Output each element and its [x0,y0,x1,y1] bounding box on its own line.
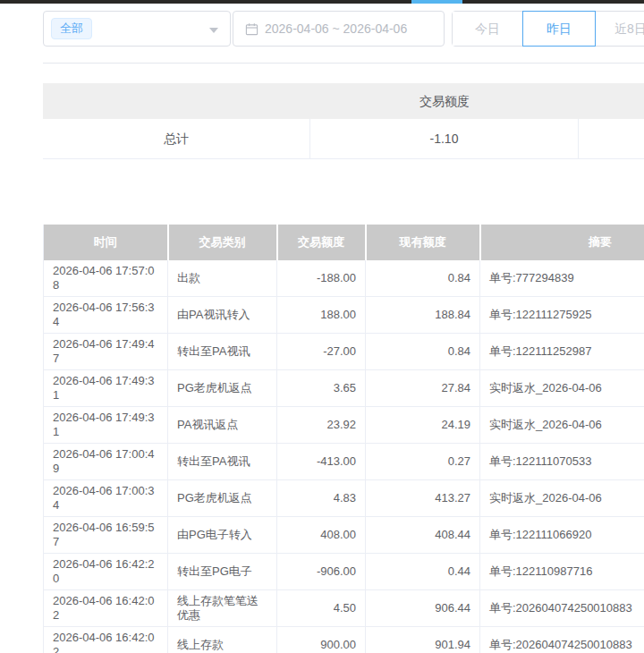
selected-tag[interactable]: 全部 [51,18,92,39]
cell-r9-c0: 2026-04-06 16:42:02 [44,590,168,627]
category-select[interactable]: 全部 [43,11,231,47]
cell-r1-c2: 188.00 [277,297,366,334]
summary-total-row: 总计 -1.10 [43,119,644,159]
cell-r8-c1: 转出至PG电子 [168,554,277,590]
table-row: 2026-04-06 17:49:47转出至PA视讯-27.000.84单号:1… [44,334,644,370]
scrollbar-thumb[interactable] [411,0,462,4]
column-header-1: 交易类别 [168,225,277,260]
cell-r10-c2: 900.00 [277,627,366,653]
table-row: 2026-04-06 17:56:34由PA视讯转入188.00188.84单号… [44,297,644,334]
date-range-input[interactable]: 2026-04-06 ~ 2026-04-06 [233,11,445,47]
table-row: 2026-04-06 17:00:34PG老虎机返点4.83413.27实时返水… [44,480,644,517]
cell-r3-c2: 3.65 [277,370,366,407]
table-row: 2026-04-06 16:42:02线上存款900.00901.94单号:20… [44,627,644,653]
cell-r9-c4: 单号:202604074250010883 [480,590,644,627]
summary-total-value: -1.10 [310,119,579,158]
cell-r2-c2: -27.00 [277,334,366,370]
filter-divider [43,63,644,64]
quick-range-button-2[interactable]: 近8日 [596,12,644,46]
cell-r6-c1: PG老虎机返点 [168,480,277,517]
cell-r5-c3: 0.27 [366,444,480,480]
cell-r5-c1: 转出至PA视讯 [168,444,277,480]
summary-empty-cell [579,119,644,158]
cell-r8-c4: 单号:122110987716 [480,554,644,590]
summary-total-label: 总计 [43,119,310,158]
cell-r2-c0: 2026-04-06 17:49:47 [44,334,168,370]
cell-r3-c3: 27.84 [366,370,480,407]
cell-r0-c4: 单号:777294839 [480,260,644,297]
cell-r0-c3: 0.84 [366,260,480,297]
cell-r6-c4: 实时返水_2026-04-06 [480,480,644,517]
cell-r1-c4: 单号:122111275925 [480,297,644,334]
cell-r1-c0: 2026-04-06 17:56:34 [44,297,168,334]
date-range-value: 2026-04-06 ~ 2026-04-06 [265,21,407,36]
quick-range-button-group: 今日昨日近8日 [452,11,644,47]
cell-r9-c2: 4.50 [277,590,366,627]
cell-r7-c0: 2026-04-06 16:59:57 [44,517,168,554]
cell-r5-c2: -413.00 [277,444,366,480]
cell-r8-c3: 0.44 [366,554,480,590]
column-header-3: 现有额度 [366,225,480,260]
cell-r4-c3: 24.19 [366,407,480,444]
cell-r7-c4: 单号:122111066920 [480,517,644,554]
cell-r5-c4: 单号:122111070533 [480,444,644,480]
cell-r1-c1: 由PA视讯转入 [168,297,277,334]
cell-r4-c4: 实时返水_2026-04-06 [480,407,644,444]
cell-r8-c2: -906.00 [277,554,366,590]
cell-r2-c1: 转出至PA视讯 [168,334,277,370]
horizontal-scrollbar[interactable] [0,0,644,4]
cell-r10-c3: 901.94 [366,627,480,653]
table-row: 2026-04-06 16:42:20转出至PG电子-906.000.44单号:… [44,554,644,590]
transactions-table: 时间交易类别交易额度现有额度摘要 2026-04-06 17:57:08出款-1… [43,225,644,653]
quick-range-button-1[interactable]: 昨日 [522,11,596,47]
cell-r10-c4: 单号:202604074250010883 [480,627,644,653]
cell-r3-c0: 2026-04-06 17:49:31 [44,370,168,407]
column-header-4: 摘要 [480,225,644,260]
cell-r7-c1: 由PG电子转入 [168,517,277,554]
transactions-tbody: 2026-04-06 17:57:08出款-188.000.84单号:77729… [44,260,644,653]
cell-r6-c0: 2026-04-06 17:00:34 [44,480,168,517]
table-row: 2026-04-06 17:00:49转出至PA视讯-413.000.27单号:… [44,444,644,480]
calendar-icon [245,22,258,36]
cell-r3-c1: PG老虎机返点 [168,370,277,407]
summary-header-spacer-right [579,83,644,119]
cell-r2-c3: 0.84 [366,334,480,370]
cell-r4-c1: PA视讯返点 [168,407,277,444]
cell-r10-c1: 线上存款 [168,627,277,653]
cell-r6-c3: 413.27 [366,480,480,517]
cell-r9-c3: 906.44 [366,590,480,627]
cell-r4-c2: 23.92 [277,407,366,444]
cell-r0-c0: 2026-04-06 17:57:08 [44,260,168,297]
quick-range-button-0[interactable]: 今日 [453,12,522,46]
cell-r4-c0: 2026-04-06 17:49:31 [44,407,168,444]
cell-r8-c0: 2026-04-06 16:42:20 [44,554,168,590]
caret-down-icon [209,28,218,33]
table-row: 2026-04-06 17:49:31PA视讯返点23.9224.19实时返水_… [44,407,644,444]
summary-header-spacer [43,83,310,119]
summary-header-row: 交易额度 [43,83,644,119]
table-row: 2026-04-06 16:59:57由PG电子转入408.00408.44单号… [44,517,644,554]
table-row: 2026-04-06 17:49:31PG老虎机返点3.6527.84实时返水_… [44,370,644,407]
cell-r5-c0: 2026-04-06 17:00:49 [44,444,168,480]
cell-r10-c0: 2026-04-06 16:42:02 [44,627,168,653]
table-row: 2026-04-06 16:42:02线上存款笔笔送优惠4.50906.44单号… [44,590,644,627]
cell-r0-c2: -188.00 [277,260,366,297]
column-header-2: 交易额度 [277,225,366,260]
cell-r7-c3: 408.44 [366,517,480,554]
table-header-row: 时间交易类别交易额度现有额度摘要 [44,225,644,260]
cell-r7-c2: 408.00 [277,517,366,554]
summary-header-label: 交易额度 [310,83,579,119]
cell-r9-c1: 线上存款笔笔送优惠 [168,590,277,627]
cell-r6-c2: 4.83 [277,480,366,517]
cell-r1-c3: 188.84 [366,297,480,334]
table-row: 2026-04-06 17:57:08出款-188.000.84单号:77729… [44,260,644,297]
cell-r3-c4: 实时返水_2026-04-06 [480,370,644,407]
cell-r2-c4: 单号:122111252987 [480,334,644,370]
cell-r0-c1: 出款 [168,260,277,297]
summary-table: 交易额度 总计 -1.10 [43,83,644,159]
column-header-0: 时间 [44,225,168,260]
